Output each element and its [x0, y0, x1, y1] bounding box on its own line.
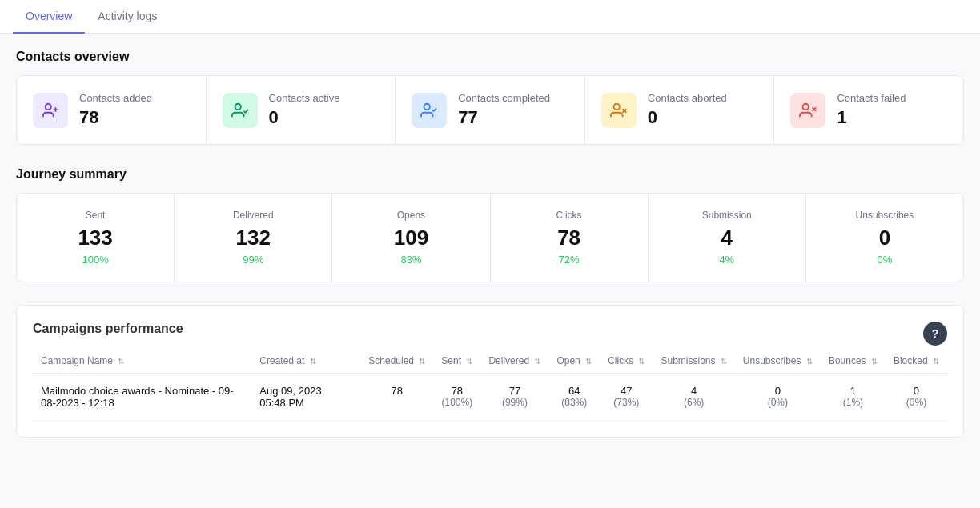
contact-card-completed: Contacts completed 77	[396, 76, 585, 144]
contacts-aborted-info: Contacts aborted 0	[648, 92, 727, 128]
th-blocked: Blocked ⇅	[886, 349, 947, 374]
sort-icon-sent[interactable]: ⇅	[466, 357, 472, 366]
journey-stat-submission: Submission 4 4%	[649, 194, 806, 282]
tab-overview[interactable]: Overview	[13, 0, 85, 34]
contacts-completed-value: 77	[458, 107, 550, 128]
contacts-aborted-label: Contacts aborted	[648, 92, 727, 104]
journey-stat-clicks-value: 78	[507, 226, 632, 250]
th-delivered: Delivered ⇅	[480, 349, 548, 374]
td-sent: 78 (100%)	[433, 374, 480, 421]
contacts-active-icon	[223, 93, 258, 128]
sort-icon-blocked[interactable]: ⇅	[933, 357, 939, 366]
th-created-at: Created at ⇅	[251, 349, 360, 374]
journey-stat-delivered: Delivered 132 99%	[175, 194, 332, 282]
svg-point-8	[803, 103, 809, 109]
th-submissions: Submissions ⇅	[653, 349, 734, 374]
tabs-bar: Overview Activity logs	[0, 0, 980, 34]
journey-stat-sent-pct: 100%	[33, 254, 158, 266]
sort-icon-unsubscribes[interactable]: ⇅	[806, 357, 813, 366]
contacts-failed-label: Contacts failed	[837, 92, 906, 104]
contacts-completed-label: Contacts completed	[458, 92, 550, 104]
th-unsubscribes: Unsubscribes ⇅	[735, 349, 821, 374]
td-created-at: Aug 09, 2023, 05:48 PM	[251, 374, 360, 421]
tab-activity-logs[interactable]: Activity logs	[85, 0, 170, 34]
td-submissions: 4 (6%)	[653, 374, 734, 421]
contacts-aborted-icon	[601, 93, 637, 128]
svg-point-0	[46, 103, 51, 109]
journey-stat-opens-pct: 83%	[348, 254, 473, 266]
sort-icon-campaign-name[interactable]: ⇅	[118, 357, 124, 366]
table-row: Mailmodo choice awards - Nominate - 09-0…	[33, 374, 947, 421]
contact-card-added: Contacts added 78	[17, 76, 207, 144]
journey-stat-submission-label: Submission	[665, 210, 789, 221]
sort-icon-scheduled[interactable]: ⇅	[419, 357, 425, 366]
contacts-completed-icon	[412, 93, 447, 128]
journey-summary-title: Journey summary	[16, 167, 964, 182]
journey-stat-unsubscribes-pct: 0%	[822, 254, 947, 266]
td-bounces: 1 (1%)	[821, 374, 886, 421]
journey-stat-delivered-value: 132	[191, 226, 315, 250]
journey-stat-unsubscribes: Unsubscribes 0 0%	[806, 194, 963, 282]
journey-stat-clicks-pct: 72%	[507, 254, 632, 266]
th-campaign-name: Campaign Name ⇅	[33, 349, 251, 374]
sort-icon-created-at[interactable]: ⇅	[310, 357, 316, 366]
th-scheduled: Scheduled ⇅	[360, 349, 433, 374]
journey-stat-opens-label: Opens	[348, 210, 473, 221]
campaigns-performance-section: Campaigns performance ? Campaign Name ⇅ …	[16, 305, 964, 438]
th-sent: Sent ⇅	[433, 349, 480, 374]
contacts-active-info: Contacts active 0	[269, 92, 340, 128]
contacts-added-label: Contacts added	[79, 92, 152, 104]
td-open: 64 (83%)	[548, 374, 600, 421]
td-clicks: 47 (73%)	[600, 374, 653, 421]
svg-point-3	[235, 103, 240, 109]
td-delivered: 77 (99%)	[480, 374, 548, 421]
journey-summary-section: Journey summary Sent 133 100% Delivered …	[16, 167, 964, 282]
sort-icon-clicks[interactable]: ⇅	[638, 357, 645, 366]
td-unsubscribes: 0 (0%)	[735, 374, 821, 421]
contacts-failed-value: 1	[837, 107, 906, 128]
contacts-added-icon	[33, 93, 68, 128]
journey-stat-clicks: Clicks 78 72%	[491, 194, 649, 282]
contact-card-active: Contacts active 0	[207, 76, 396, 144]
campaigns-performance-card: Campaigns performance ? Campaign Name ⇅ …	[16, 305, 964, 438]
journey-stat-submission-pct: 4%	[665, 254, 789, 266]
th-open: Open ⇅	[548, 349, 600, 374]
svg-point-5	[613, 103, 619, 109]
journey-stat-unsubscribes-label: Unsubscribes	[822, 210, 947, 221]
contact-card-aborted: Contacts aborted 0	[585, 76, 775, 144]
journey-stat-sent-value: 133	[33, 226, 158, 250]
contacts-active-value: 0	[269, 107, 340, 128]
th-clicks: Clicks ⇅	[600, 349, 653, 374]
campaigns-performance-title: Campaigns performance	[33, 322, 947, 336]
sort-icon-bounces[interactable]: ⇅	[871, 357, 878, 366]
td-blocked: 0 (0%)	[886, 374, 947, 421]
sort-icon-delivered[interactable]: ⇅	[534, 357, 540, 366]
td-campaign-name: Mailmodo choice awards - Nominate - 09-0…	[33, 374, 251, 421]
table-header-row: Campaign Name ⇅ Created at ⇅ Scheduled ⇅	[33, 349, 947, 374]
contacts-overview-cards: Contacts added 78 Contacts active 0	[16, 75, 964, 145]
journey-stat-opens-value: 109	[348, 226, 473, 250]
th-bounces: Bounces ⇅	[821, 349, 886, 374]
journey-stat-submission-value: 4	[665, 226, 789, 250]
contacts-failed-info: Contacts failed 1	[837, 92, 906, 128]
sort-icon-open[interactable]: ⇅	[585, 357, 592, 366]
contacts-added-value: 78	[79, 107, 152, 128]
contacts-overview-title: Contacts overview	[16, 50, 964, 64]
contacts-aborted-value: 0	[648, 107, 727, 128]
sort-icon-submissions[interactable]: ⇅	[721, 357, 727, 366]
contacts-overview-section: Contacts overview Contacts added 78	[16, 50, 964, 145]
campaigns-table: Campaign Name ⇅ Created at ⇅ Scheduled ⇅	[33, 349, 947, 421]
journey-stats-row: Sent 133 100% Delivered 132 99% Opens 10…	[17, 194, 963, 282]
journey-stat-unsubscribes-value: 0	[822, 226, 947, 250]
contacts-added-info: Contacts added 78	[79, 92, 152, 128]
journey-stat-delivered-pct: 99%	[191, 254, 315, 266]
contacts-failed-icon	[790, 93, 825, 128]
journey-stat-clicks-label: Clicks	[507, 210, 632, 221]
contacts-completed-info: Contacts completed 77	[458, 92, 550, 128]
help-button[interactable]: ?	[923, 322, 947, 346]
journey-stat-delivered-label: Delivered	[191, 210, 315, 221]
journey-stat-sent-label: Sent	[33, 210, 158, 221]
contacts-active-label: Contacts active	[269, 92, 340, 104]
td-scheduled: 78	[360, 374, 433, 421]
contact-card-failed: Contacts failed 1	[774, 76, 963, 144]
